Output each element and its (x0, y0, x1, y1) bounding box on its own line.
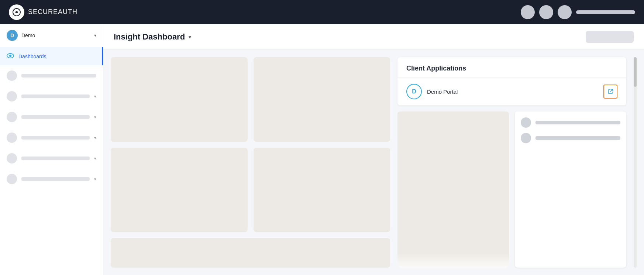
content-header: Insight Dashboard ▾ (103, 24, 644, 50)
svg-line-3 (610, 89, 613, 92)
top-navigation: SECUREAUTH (0, 0, 644, 24)
tenant-name: Demo (21, 32, 90, 38)
panel-card-2 (254, 57, 390, 142)
right-panel-row-1 (521, 117, 620, 128)
logo-icon (9, 4, 24, 20)
sidebar-dashboards-label: Dashboards (18, 54, 47, 59)
sidebar-item-3[interactable]: ▾ (0, 107, 103, 127)
title-dropdown-icon[interactable]: ▾ (189, 34, 191, 40)
panel-card-1 (111, 57, 248, 142)
nav-avatar-3[interactable] (558, 5, 572, 19)
eye-icon (7, 52, 14, 60)
sidebar-chevron-6: ▾ (94, 177, 96, 182)
sidebar-item-5[interactable]: ▾ (0, 148, 103, 169)
header-action-button[interactable] (586, 31, 634, 43)
sidebar-text-1 (21, 74, 96, 78)
tenant-chevron-icon: ▾ (94, 33, 96, 38)
scrollbar[interactable] (634, 57, 637, 268)
right-column: Client Applications D Demo Portal (397, 57, 626, 268)
sidebar-item-1[interactable] (0, 65, 103, 86)
sidebar-chevron-3: ▾ (94, 115, 96, 120)
sidebar-text-5 (21, 157, 90, 160)
sidebar-text-2 (21, 94, 90, 98)
sidebar-item-6[interactable]: ▾ (0, 169, 103, 189)
sidebar-circle-3 (7, 112, 17, 122)
sidebar-text-3 (21, 115, 90, 119)
sidebar-circle-1 (7, 71, 17, 81)
sidebar-chevron-5: ▾ (94, 156, 96, 161)
right-panel-bar-1 (535, 121, 620, 124)
sidebar-chevron-4: ▾ (94, 135, 96, 140)
client-apps-header: Client Applications (397, 57, 626, 78)
sidebar-circle-5 (7, 153, 17, 164)
panel-card-4 (254, 148, 390, 232)
right-panel-bar-2 (535, 136, 620, 140)
scroll-thumb (634, 57, 637, 87)
dashboard-content: Client Applications D Demo Portal (103, 50, 644, 275)
right-panel-circle-1 (521, 117, 531, 128)
sidebar-text-6 (21, 177, 90, 181)
fade-overlay (397, 253, 509, 268)
sidebar-circle-2 (7, 91, 17, 102)
client-applications-card: Client Applications D Demo Portal (397, 57, 626, 106)
sidebar-circle-4 (7, 133, 17, 143)
sidebar: D Demo ▾ Dashboards ▾ (0, 24, 103, 275)
svg-point-2 (9, 55, 11, 57)
logo-area: SECUREAUTH (9, 4, 78, 20)
main-layout: D Demo ▾ Dashboards ▾ (0, 24, 644, 275)
right-panel-row-2 (521, 133, 620, 143)
tenant-avatar: D (7, 30, 18, 41)
tenant-selector[interactable]: D Demo ▾ (0, 24, 103, 47)
dashboard-grid (111, 57, 390, 268)
bottom-panels (397, 111, 626, 268)
app-avatar: D (406, 84, 422, 99)
right-panel-circle-2 (521, 133, 531, 143)
external-link-button[interactable] (603, 85, 617, 99)
nav-avatar-1[interactable] (521, 5, 535, 19)
sidebar-chevron-2: ▾ (94, 94, 96, 99)
logo-text: SECUREAUTH (28, 8, 78, 16)
bottom-panel-left (397, 111, 509, 268)
sidebar-text-4 (21, 136, 90, 140)
content-area: Insight Dashboard ▾ Client Application (103, 24, 644, 275)
app-name: Demo Portal (427, 89, 603, 95)
panel-card-5 (111, 238, 390, 268)
sidebar-item-2[interactable]: ▾ (0, 86, 103, 107)
nav-avatar-2[interactable] (539, 5, 553, 19)
client-apps-title: Client Applications (406, 65, 466, 72)
sidebar-circle-6 (7, 174, 17, 184)
page-title: Insight Dashboard (114, 32, 185, 42)
nav-right-area (521, 5, 635, 19)
bottom-panel-right (515, 111, 626, 268)
sidebar-item-4[interactable]: ▾ (0, 127, 103, 148)
client-app-row: D Demo Portal (397, 78, 626, 106)
header-title-area: Insight Dashboard ▾ (114, 32, 191, 42)
sidebar-item-dashboards[interactable]: Dashboards (0, 47, 103, 65)
panel-card-3 (111, 148, 248, 232)
nav-username-placeholder (576, 10, 635, 14)
